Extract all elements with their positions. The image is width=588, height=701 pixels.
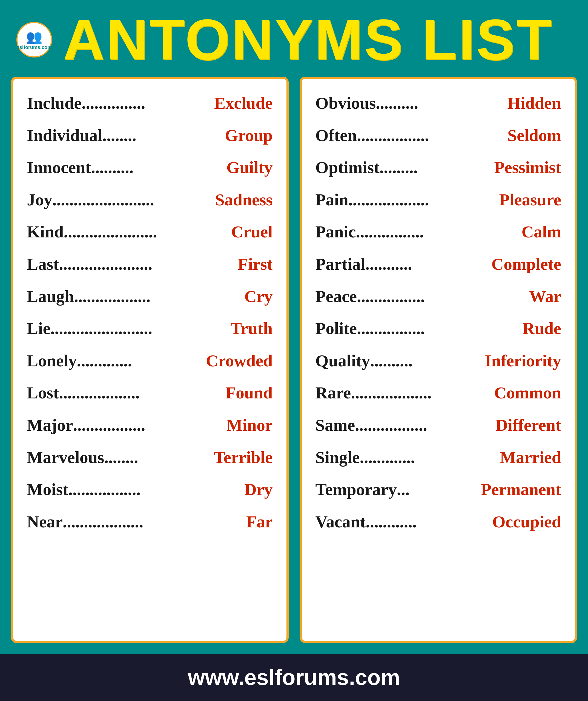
word-right: Sadness bbox=[215, 189, 272, 211]
list-item: Moist.................Dry bbox=[27, 473, 273, 506]
dots: ........... bbox=[365, 253, 491, 275]
list-item: Partial...........Complete bbox=[316, 248, 561, 280]
list-item: Include...............Exclude bbox=[27, 87, 273, 120]
word-left: Moist bbox=[27, 478, 68, 501]
word-left: Last bbox=[27, 253, 59, 275]
list-item: Joy........................Sadness bbox=[27, 184, 273, 216]
list-item: Often.................Seldom bbox=[316, 120, 561, 152]
dots: ........................ bbox=[50, 317, 231, 339]
list-item: Vacant............Occupied bbox=[316, 506, 561, 538]
word-right: Exclude bbox=[214, 92, 273, 114]
dots: ................ bbox=[357, 317, 523, 339]
right-column: Obvious..........Hidden Often...........… bbox=[300, 77, 577, 643]
word-right: Married bbox=[500, 446, 561, 469]
list-item: Innocent..........Guilty bbox=[27, 152, 273, 184]
word-left: Marvelous bbox=[27, 446, 104, 469]
list-item: Pain...................Pleasure bbox=[316, 184, 561, 216]
word-right: Hidden bbox=[508, 92, 561, 114]
list-item: Near...................Far bbox=[27, 506, 273, 538]
word-left: Rare bbox=[316, 382, 351, 404]
dots: ................ bbox=[357, 285, 529, 307]
list-item: Single.............Married bbox=[316, 441, 561, 474]
word-left: Laugh bbox=[27, 285, 74, 307]
list-item: Quality..........Inferiority bbox=[316, 345, 561, 377]
word-right: First bbox=[238, 253, 272, 275]
dots: ........ bbox=[104, 446, 214, 469]
list-item: Panic................Calm bbox=[316, 216, 561, 248]
dots: .......... bbox=[376, 92, 508, 114]
word-right: Occupied bbox=[493, 511, 561, 533]
logo: 👥 eslforums.com bbox=[16, 22, 52, 57]
dots: ................. bbox=[355, 414, 496, 436]
word-left: Often bbox=[316, 124, 357, 147]
list-item: Lie........................Truth bbox=[27, 312, 273, 345]
word-left: Major bbox=[27, 414, 73, 436]
list-item: Major.................Minor bbox=[27, 409, 273, 441]
word-left: Pain bbox=[316, 189, 349, 211]
word-right: Terrible bbox=[214, 446, 273, 469]
word-left: Panic bbox=[316, 221, 356, 243]
word-left: Include bbox=[27, 92, 81, 114]
dots: ......... bbox=[380, 156, 494, 179]
word-left: Peace bbox=[316, 285, 357, 307]
dots: ........ bbox=[103, 124, 225, 147]
word-right: Cry bbox=[244, 285, 272, 307]
word-left: Polite bbox=[316, 317, 357, 339]
word-left: Joy bbox=[27, 189, 52, 211]
word-right: Rude bbox=[523, 317, 561, 339]
word-right: Pessimist bbox=[494, 156, 561, 179]
dots: ................ bbox=[356, 221, 522, 243]
dots: ............. bbox=[360, 446, 500, 469]
dots: .......... bbox=[370, 350, 485, 372]
word-right: Different bbox=[496, 414, 561, 436]
word-left: Lonely bbox=[27, 350, 77, 372]
list-item: Lonely.............Crowded bbox=[27, 345, 273, 377]
footer: www.eslforums.com bbox=[0, 654, 588, 701]
dots: ................. bbox=[357, 124, 508, 147]
word-left: Lie bbox=[27, 317, 50, 339]
dots: ................. bbox=[73, 414, 226, 436]
dots: ...................... bbox=[63, 221, 231, 243]
word-right: Minor bbox=[226, 414, 273, 436]
word-left: Partial bbox=[316, 253, 366, 275]
word-left: Vacant bbox=[316, 511, 366, 533]
dots: ... bbox=[397, 478, 481, 501]
list-item: Optimist.........Pessimist bbox=[316, 152, 561, 184]
word-left: Quality bbox=[316, 350, 370, 372]
dots: .......... bbox=[91, 156, 226, 179]
list-item: Peace................War bbox=[316, 280, 561, 313]
list-item: Kind......................Cruel bbox=[27, 216, 273, 248]
list-item: Laugh..................Cry bbox=[27, 280, 273, 313]
word-right: Far bbox=[246, 511, 272, 533]
list-item: Marvelous........Terrible bbox=[27, 441, 273, 474]
word-right: Inferiority bbox=[485, 350, 561, 372]
word-left: Same bbox=[316, 414, 355, 436]
footer-text: www.eslforums.com bbox=[188, 665, 400, 690]
dots: ................... bbox=[63, 511, 246, 533]
list-item: Individual........Group bbox=[27, 120, 273, 152]
list-item: Lost...................Found bbox=[27, 377, 273, 409]
dots: .................. bbox=[74, 285, 244, 307]
word-right: Crowded bbox=[206, 350, 272, 372]
list-item: Obvious..........Hidden bbox=[316, 87, 561, 120]
list-item: Rare...................Common bbox=[316, 377, 561, 409]
dots: ...................... bbox=[59, 253, 238, 275]
word-left: Temporary bbox=[316, 478, 397, 501]
content-area: Include...............Exclude Individual… bbox=[0, 77, 588, 654]
word-left: Innocent bbox=[27, 156, 91, 179]
word-right: Permanent bbox=[481, 478, 561, 501]
dots: ................... bbox=[351, 382, 494, 404]
word-right: Guilty bbox=[226, 156, 273, 179]
list-item: Temporary...Permanent bbox=[316, 473, 561, 506]
left-column: Include...............Exclude Individual… bbox=[11, 77, 289, 643]
dots: ................... bbox=[59, 382, 225, 404]
word-right: Pleasure bbox=[499, 189, 561, 211]
list-item: Last......................First bbox=[27, 248, 273, 280]
word-right: Group bbox=[225, 124, 273, 147]
word-right: Truth bbox=[231, 317, 273, 339]
page-title: ANTONYMS LIST bbox=[63, 11, 553, 68]
dots: ............ bbox=[366, 511, 492, 533]
dots: ................... bbox=[348, 189, 499, 211]
word-left: Individual bbox=[27, 124, 103, 147]
list-item: Same.................Different bbox=[316, 409, 561, 441]
